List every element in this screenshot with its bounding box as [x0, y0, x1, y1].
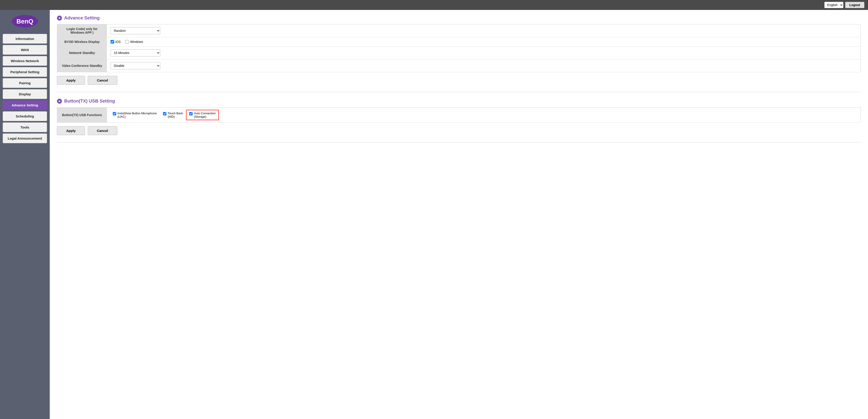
- byod-row: BYOD Wireless Display iOS Windows: [57, 37, 861, 46]
- sidebar-item-wireless-network[interactable]: Wireless Network: [3, 56, 47, 66]
- advance-setting-title: Advance Setting: [57, 15, 861, 21]
- video-conference-standby-row: Video Conference Standby Disable 5 Minut…: [57, 59, 861, 72]
- advance-setting-btn-row: Apply Cancel: [57, 76, 861, 85]
- usb-setting-section: Button(TX) USB Setting Button(TX) USB Fu…: [57, 98, 861, 135]
- usb-autoconnection-checkbox[interactable]: Auto Connection(Storage): [186, 110, 219, 120]
- network-standby-row: Network Standby Disable 5 Minutes 10 Min…: [57, 46, 861, 59]
- byod-windows-input[interactable]: [125, 40, 129, 43]
- usb-setting-title: Button(TX) USB Setting: [57, 98, 861, 104]
- login-code-label: Login Code( only for Windows APP ): [57, 24, 107, 37]
- usb-functions-row: Button(TX) USB Functions InstaShow Butto…: [57, 107, 861, 123]
- bottom-divider: [57, 142, 861, 142]
- sidebar-item-legal-announcement[interactable]: Legal Announcement: [3, 133, 47, 143]
- sidebar-item-display[interactable]: Display: [3, 89, 47, 99]
- usb-touchback-input[interactable]: [163, 112, 166, 116]
- network-standby-label: Network Standby: [57, 46, 107, 59]
- network-standby-value[interactable]: Disable 5 Minutes 10 Minutes 15 Minutes …: [107, 46, 861, 59]
- video-conference-standby-value[interactable]: Disable 5 Minutes 10 Minutes 15 Minutes: [107, 59, 861, 72]
- byod-label: BYOD Wireless Display: [57, 37, 107, 46]
- byod-ios-checkbox[interactable]: iOS: [111, 40, 121, 43]
- svg-text:BenQ: BenQ: [17, 18, 33, 25]
- byod-value: iOS Windows: [107, 37, 861, 46]
- sidebar-item-advance-setting[interactable]: Advance Setting: [3, 100, 47, 110]
- advance-setting-icon: [57, 15, 62, 21]
- byod-ios-label: iOS: [116, 40, 121, 43]
- main-layout: BenQ Information WAN Wireless Network Pe…: [0, 10, 868, 419]
- byod-windows-label: Windows: [130, 40, 143, 43]
- usb-checkbox-group: InstaShow Button Microphone(UAC) Touch B…: [110, 110, 858, 120]
- usb-touchback-checkbox[interactable]: Touch Back(HID): [160, 110, 186, 120]
- login-code-row: Login Code( only for Windows APP ) Rando…: [57, 24, 861, 37]
- network-standby-select[interactable]: Disable 5 Minutes 10 Minutes 15 Minutes …: [111, 49, 160, 57]
- usb-instashow-label: InstaShow Button Microphone(UAC): [118, 111, 157, 118]
- advance-settings-table: Login Code( only for Windows APP ) Rando…: [57, 24, 861, 72]
- usb-setting-heading: Button(TX) USB Setting: [64, 98, 115, 104]
- video-conference-standby-label: Video Conference Standby: [57, 59, 107, 72]
- benq-logo-svg: BenQ: [11, 14, 38, 28]
- advance-setting-apply-button[interactable]: Apply: [57, 76, 85, 85]
- sidebar-item-scheduling[interactable]: Scheduling: [3, 111, 47, 121]
- sidebar-item-tools[interactable]: Tools: [3, 122, 47, 132]
- usb-touchback-label: Touch Back(HID): [168, 111, 183, 118]
- sidebar-navigation: Information WAN Wireless Network Periphe…: [0, 32, 50, 146]
- advance-setting-heading: Advance Setting: [64, 15, 100, 21]
- advance-setting-section: Advance Setting Login Code( only for Win…: [57, 15, 861, 85]
- byod-windows-checkbox[interactable]: Windows: [125, 40, 143, 43]
- sidebar: BenQ Information WAN Wireless Network Pe…: [0, 10, 50, 419]
- usb-setting-icon: [57, 99, 62, 104]
- login-code-select[interactable]: Random Fixed Off: [111, 27, 160, 34]
- usb-autoconnection-input[interactable]: [189, 112, 193, 116]
- language-select[interactable]: English 中文: [825, 2, 843, 8]
- sidebar-item-peripheral-setting[interactable]: Peripheral Setting: [3, 67, 47, 77]
- byod-ios-input[interactable]: [111, 40, 114, 43]
- sidebar-item-information[interactable]: Information: [3, 34, 47, 43]
- video-conference-standby-select[interactable]: Disable 5 Minutes 10 Minutes 15 Minutes: [111, 62, 160, 69]
- usb-instashow-checkbox[interactable]: InstaShow Button Microphone(UAC): [110, 110, 160, 120]
- usb-setting-cancel-button[interactable]: Cancel: [88, 126, 117, 135]
- usb-autoconnection-label: Auto Connection(Storage): [194, 111, 216, 118]
- usb-instashow-input[interactable]: [113, 112, 116, 116]
- login-code-value[interactable]: Random Fixed Off: [107, 24, 861, 37]
- section-divider: [57, 92, 861, 92]
- byod-checkbox-group: iOS Windows: [111, 40, 857, 43]
- usb-setting-apply-button[interactable]: Apply: [57, 126, 85, 135]
- top-bar: English 中文 Logout: [0, 0, 868, 10]
- usb-setting-btn-row: Apply Cancel: [57, 126, 861, 135]
- logout-button[interactable]: Logout: [845, 2, 864, 8]
- sidebar-item-pairing[interactable]: Pairing: [3, 78, 47, 88]
- usb-functions-label: Button(TX) USB Functions: [57, 107, 107, 123]
- usb-functions-value: InstaShow Button Microphone(UAC) Touch B…: [107, 107, 861, 123]
- advance-setting-cancel-button[interactable]: Cancel: [88, 76, 117, 85]
- content-area: Advance Setting Login Code( only for Win…: [50, 10, 868, 419]
- usb-settings-table: Button(TX) USB Functions InstaShow Butto…: [57, 107, 861, 123]
- sidebar-logo: BenQ: [0, 10, 50, 32]
- sidebar-item-wan[interactable]: WAN: [3, 45, 47, 55]
